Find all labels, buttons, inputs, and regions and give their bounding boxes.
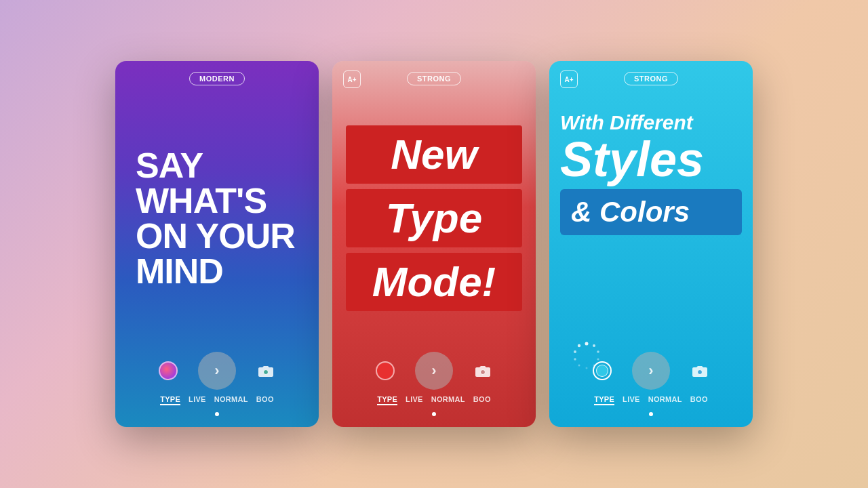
phone-3-camera-icon[interactable] — [690, 361, 709, 380]
phone-1-line3: MIND — [136, 251, 223, 291]
phone-1-mode-live[interactable]: LIVE — [189, 395, 206, 405]
phone-1: MODERN SAY WHAT'S ON YOUR MIND › — [115, 61, 319, 427]
phone-2-mode-type[interactable]: TYPE — [377, 395, 397, 405]
svg-point-11 — [578, 344, 580, 347]
phone-2-arrow-icon: › — [431, 362, 436, 380]
phone-1-line2: ON YOUR — [136, 216, 295, 256]
phone-2-color-dot[interactable] — [376, 361, 395, 380]
phone-2-text-size-icon[interactable]: A+ — [343, 70, 361, 88]
phone-3: A+ STRONG With Different Styles & Colors — [549, 61, 753, 427]
phone-2-box-3: Mode! — [346, 253, 522, 311]
svg-point-8 — [578, 365, 580, 367]
phone-1-content: SAY WHAT'S ON YOUR MIND — [115, 91, 319, 345]
phones-container: MODERN SAY WHAT'S ON YOUR MIND › — [88, 34, 780, 454]
phone-3-shutter[interactable]: › — [632, 352, 670, 390]
svg-point-5 — [597, 358, 599, 360]
phone-3-bottom: › TYPE LIVE NORMAL BOO — [549, 345, 753, 427]
phone-2-mode-live[interactable]: LIVE — [406, 395, 423, 405]
phone-3-colors-text: & Colors — [571, 196, 690, 228]
phone-3-text-size-icon[interactable]: A+ — [560, 70, 578, 88]
svg-point-0 — [264, 370, 269, 375]
phone-3-mode-boo[interactable]: BOO — [690, 395, 708, 405]
phone-2-header: A+ STRONG — [332, 61, 536, 91]
phone-3-with-different: With Different — [560, 111, 693, 134]
phone-3-content: With Different Styles & Colors — [549, 91, 753, 345]
phone-2-text-type: Type — [386, 195, 482, 241]
phone-2-mode-bar: TYPE LIVE NORMAL BOO — [377, 395, 491, 405]
phone-2-camera-controls: › — [346, 352, 522, 390]
phone-3-mode-dot — [649, 412, 653, 416]
phone-2-box-2: Type — [346, 189, 522, 247]
phone-1-color-dot[interactable] — [159, 361, 178, 380]
svg-point-2 — [585, 342, 589, 346]
phone-3-colors-box: & Colors — [560, 189, 742, 235]
svg-point-9 — [574, 358, 576, 360]
phone-2-content: New Type Mode! — [332, 91, 536, 345]
phone-2-bottom: › TYPE LIVE NORMAL BOO — [332, 345, 536, 427]
phone-1-line1: SAY WHAT'S — [136, 146, 267, 220]
phone-1-badge: MODERN — [189, 72, 245, 85]
phone-3-badge: STRONG — [624, 72, 678, 85]
phone-3-arrow-icon: › — [648, 362, 653, 380]
phone-2-mode-normal[interactable]: NORMAL — [431, 395, 465, 405]
phone-1-bottom: › TYPE LIVE NORMAL BOO — [115, 345, 319, 427]
phone-1-mode-boo[interactable]: BOO — [256, 395, 274, 405]
svg-point-12 — [698, 370, 703, 375]
phone-2-mode-dot — [432, 412, 436, 416]
svg-point-1 — [481, 370, 486, 375]
phone-1-shutter[interactable]: › — [198, 352, 236, 390]
phone-1-mode-dot — [215, 412, 219, 416]
svg-point-10 — [574, 350, 576, 353]
phone-2-box-1: New — [346, 125, 522, 184]
phone-1-header: MODERN — [115, 61, 319, 91]
phone-2-shutter[interactable]: › — [415, 352, 453, 390]
phone-2-badge: STRONG — [407, 72, 461, 85]
phone-3-color-dot[interactable] — [593, 361, 612, 380]
phone-3-mode-bar: TYPE LIVE NORMAL BOO — [594, 395, 708, 405]
phone-1-mode-normal[interactable]: NORMAL — [214, 395, 248, 405]
phone-3-styles: Styles — [560, 135, 704, 184]
phone-3-mode-normal[interactable]: NORMAL — [648, 395, 682, 405]
phone-2-mode-boo[interactable]: BOO — [473, 395, 491, 405]
phone-1-arrow-icon: › — [214, 362, 219, 380]
phone-2: A+ STRONG New Type Mode! › — [332, 61, 536, 427]
phone-1-main-text: SAY WHAT'S ON YOUR MIND — [129, 148, 305, 289]
phone-2-text-new: New — [391, 131, 477, 178]
svg-point-7 — [586, 367, 588, 369]
phone-3-header: A+ STRONG — [549, 61, 753, 91]
phone-1-mode-bar: TYPE LIVE NORMAL BOO — [160, 395, 274, 405]
phone-1-mode-type[interactable]: TYPE — [160, 395, 180, 405]
phone-1-camera-icon[interactable] — [256, 361, 275, 380]
phone-1-camera-controls: › — [129, 352, 305, 390]
svg-point-4 — [597, 350, 599, 353]
phone-2-text-mode: Mode! — [372, 258, 496, 305]
phone-2-camera-icon[interactable] — [473, 361, 492, 380]
phone-3-mode-type[interactable]: TYPE — [594, 395, 614, 405]
svg-point-3 — [593, 344, 595, 347]
phone-3-mode-live[interactable]: LIVE — [623, 395, 640, 405]
